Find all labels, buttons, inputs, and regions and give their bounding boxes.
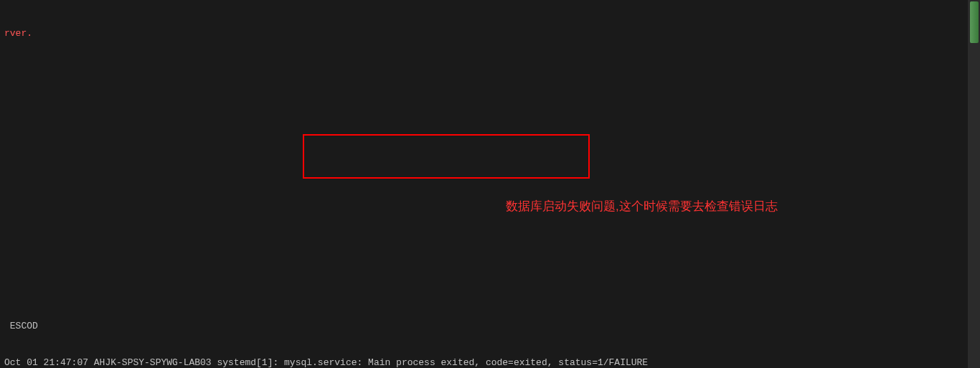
annotation-text: 数据库启动失败问题,这个时候需要去检查错误日志 bbox=[506, 198, 778, 214]
scrollbar-track[interactable] bbox=[968, 0, 980, 368]
blank-line bbox=[4, 100, 976, 113]
blank-line bbox=[4, 210, 976, 222]
blank-line bbox=[4, 64, 976, 76]
log-line: Oct 01 21:47:07 AHJK-SPSY-SPYWG-LAB03 sy… bbox=[4, 357, 976, 368]
blank-line bbox=[4, 247, 976, 259]
blank-line bbox=[4, 137, 976, 149]
log-line: ESCOD bbox=[4, 320, 976, 332]
scrollbar-thumb[interactable] bbox=[970, 1, 979, 43]
terminal-output[interactable]: rver. ESCOD Oct 01 21:47:07 AHJK-SPSY-SP… bbox=[0, 0, 980, 368]
log-line-top-fragment: rver. bbox=[4, 27, 976, 39]
blank-line bbox=[4, 174, 976, 186]
blank-line bbox=[4, 283, 976, 296]
